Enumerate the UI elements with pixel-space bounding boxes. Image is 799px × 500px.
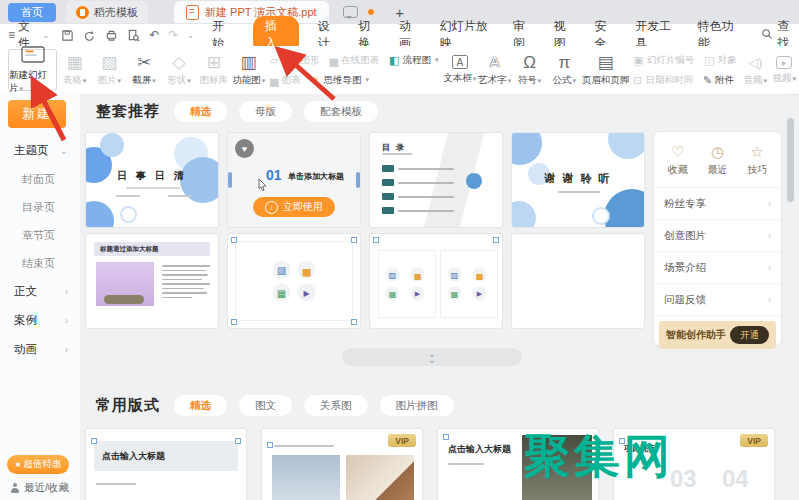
- link-scene-intro[interactable]: 场景介绍›: [654, 252, 781, 284]
- favorite-button[interactable]: ♥: [235, 139, 254, 158]
- title-band: 点击输入大标题: [94, 441, 238, 471]
- toolbar-button-online-chart[interactable]: ▅ 在线图表: [330, 54, 379, 67]
- insert-chart-icon: ▅: [473, 268, 487, 282]
- new-slide-button[interactable]: 新建幻灯片▾: [8, 49, 57, 91]
- toolbar-button-slide-number[interactable]: ▣ 幻灯片编号: [633, 54, 694, 67]
- template-card-two-pane[interactable]: ▨ ▅ ▦ ▶ ▨ ▅ ▦ ▶: [369, 233, 503, 329]
- layouts-tab-relation[interactable]: 关系图: [304, 395, 368, 416]
- decor-circle: [120, 206, 137, 223]
- toolbar-button-screenshot[interactable]: ✂ 截屏▾: [127, 54, 162, 87]
- sidebar-item-theme-pages[interactable]: 主题页⌄: [0, 136, 80, 165]
- toc-item: [382, 179, 454, 186]
- layouts-tab-picture-text[interactable]: 图文: [239, 395, 292, 416]
- toolbar-button-datetime[interactable]: ⊡ 日期和时间: [633, 74, 693, 87]
- toolbar-button-shapes[interactable]: ◇ 形状▾: [162, 54, 197, 87]
- subtitle-bar: [448, 463, 484, 465]
- shapes-icon: ◇: [172, 54, 185, 71]
- toolbar-button-video[interactable]: ▶ 视频▾: [770, 56, 799, 85]
- sidebar-new-button[interactable]: 新建: [8, 100, 66, 128]
- recent-favorites-link[interactable]: 最近/收藏: [10, 481, 69, 495]
- template-card-thanks[interactable]: 谢 谢 聆 听: [511, 132, 645, 228]
- template-card-hovered[interactable]: ♥ 01 单击添加大标题 ↓ 立即使用: [227, 132, 361, 228]
- toolbar-button-attachment[interactable]: ✎ 附件: [703, 74, 734, 87]
- template-card-cover[interactable]: 日 事 日 清: [85, 132, 219, 228]
- toolbar-button-object[interactable]: ◫ 对象: [704, 54, 736, 67]
- save-icon[interactable]: [61, 29, 74, 42]
- favorites-button[interactable]: ♡ 收藏: [668, 144, 688, 177]
- placeholder-pane: ▨ ▅ ▦ ▶: [378, 250, 436, 318]
- tips-button[interactable]: ☆ 技巧: [747, 144, 767, 177]
- toolbar-button-header-footer[interactable]: ▤ 页眉和页脚: [582, 54, 630, 87]
- template-card-blank[interactable]: [511, 233, 645, 329]
- template-card-placeholder[interactable]: ▨ ▅ ▦ ▶: [227, 233, 361, 329]
- sidebar-item-cases[interactable]: 案例›: [0, 306, 80, 335]
- header-footer-icon: ▤: [598, 54, 614, 71]
- sidebar-item-section-page[interactable]: 章节页: [0, 221, 80, 249]
- symbol-icon: Ω: [523, 54, 536, 71]
- toolbar-button-table[interactable]: ▦ 表格▾: [57, 54, 92, 87]
- toolbar-button-audio[interactable]: ◁) 音频▾: [741, 54, 770, 87]
- sidebar-item-animation[interactable]: 动画›: [0, 335, 80, 364]
- toolbar-button-mindmap[interactable]: ☀ 思维导图▾: [311, 74, 369, 87]
- toolbar-button-flowchart[interactable]: ◧ 流程图▾: [389, 54, 438, 67]
- user-icon: [10, 483, 20, 493]
- vip-badge: VIP: [388, 434, 416, 447]
- more-commands-icon[interactable]: ⌄: [187, 31, 194, 40]
- chevron-right-icon: ›: [65, 315, 68, 326]
- layout-card-photos[interactable]: VIP: [261, 428, 423, 500]
- subtitle-bar: [558, 191, 600, 193]
- print-icon[interactable]: [105, 29, 118, 42]
- link-creative-images[interactable]: 创意图片›: [654, 220, 781, 252]
- link-fans-exclusive[interactable]: 粉丝专享›: [654, 188, 781, 220]
- template-card-toc[interactable]: 目 录: [369, 132, 503, 228]
- sidebar-item-cover-page[interactable]: 封面页: [0, 165, 80, 193]
- suite-tab-featured[interactable]: 精选: [174, 101, 227, 122]
- star-icon: ☆: [750, 144, 763, 159]
- toolbar-button-textbox[interactable]: A 文本框▾: [442, 55, 477, 85]
- scrollbar-thumb[interactable]: [787, 118, 794, 202]
- slide-image: [96, 262, 154, 306]
- download-icon: ↓: [265, 201, 278, 214]
- undo-icon[interactable]: ↶: [149, 28, 159, 42]
- export-icon[interactable]: [83, 29, 96, 42]
- sidebar-item-body[interactable]: 正文›: [0, 277, 80, 306]
- toolbar-button-symbol[interactable]: Ω 符号▾: [512, 54, 547, 87]
- link-feedback[interactable]: 问题反馈›: [654, 284, 781, 316]
- toolbar-button-func-diagram[interactable]: ▥ 功能图▾: [231, 54, 266, 87]
- use-now-button[interactable]: ↓ 立即使用: [253, 197, 335, 217]
- toolbar-button-picture[interactable]: ▨ 图片▾: [92, 54, 127, 87]
- insert-picture-icon: ▨: [386, 268, 400, 282]
- placeholder-pane: ▨ ▅ ▦ ▶: [440, 250, 498, 318]
- ai-assistant-row[interactable]: 智能创作助手 开通: [659, 321, 776, 349]
- layouts-tab-collage[interactable]: 图片拼图: [380, 395, 454, 416]
- smart-art-icon: ▱: [270, 55, 278, 66]
- suite-tab-matching[interactable]: 配套模板: [304, 101, 378, 122]
- toolbar-button-icon-library[interactable]: ⊞ 图标库: [196, 54, 231, 87]
- sidebar-item-toc-page[interactable]: 目录页: [0, 193, 80, 221]
- sidebar-item-ending-page[interactable]: 结束页: [0, 249, 80, 277]
- template-card-content[interactable]: 标题通过添加大标题: [85, 233, 219, 329]
- insert-chart-icon: ▅: [411, 268, 425, 282]
- tab-docer-templates[interactable]: 稻壳模板: [66, 1, 148, 23]
- print-preview-icon[interactable]: [127, 29, 140, 42]
- toolbar-button-chart[interactable]: ▅ 图表: [270, 74, 300, 87]
- toolbar-button-smart-art[interactable]: ▱ 智能图形: [270, 54, 319, 67]
- suite-tab-master[interactable]: 母版: [239, 101, 292, 122]
- chevron-down-icon: ⌄: [42, 31, 49, 40]
- template-number: 01: [266, 167, 282, 183]
- recent-button[interactable]: ◷ 最近: [707, 144, 727, 177]
- layouts-tab-featured[interactable]: 精选: [174, 395, 227, 416]
- wordart-icon: A: [490, 54, 499, 71]
- table-icon: ▦: [66, 54, 82, 71]
- selection-handle: [231, 319, 237, 325]
- expand-more-button[interactable]: ⌄ ⌄: [342, 348, 522, 366]
- selection-handle: [267, 442, 273, 448]
- activate-button[interactable]: 开通: [730, 326, 769, 344]
- layout-card-title[interactable]: 点击输入大标题: [85, 428, 247, 500]
- toolbar-button-formula[interactable]: π 公式▾: [547, 54, 582, 87]
- chevron-right-icon: ›: [65, 344, 68, 355]
- promo-badge[interactable]: ★ 超值特惠: [7, 455, 69, 474]
- slide-text-block: [162, 262, 212, 301]
- redo-icon[interactable]: ↷: [168, 28, 178, 42]
- toolbar-button-wordart[interactable]: A 艺术字▾: [477, 54, 512, 87]
